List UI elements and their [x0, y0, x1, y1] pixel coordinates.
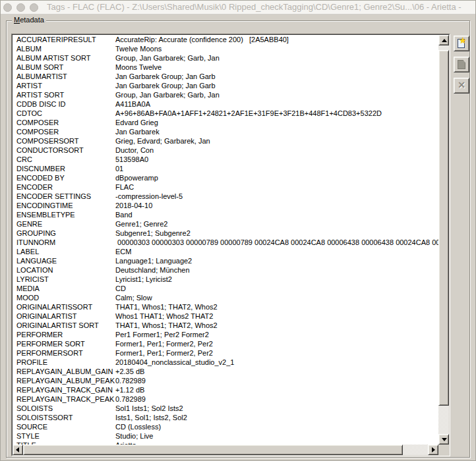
tag-row[interactable]: CONDUCTORSORTDuctor, Con — [13, 146, 438, 155]
window-title: Tags - FLAC (FLAC) - Z:\Users\Shared\Mus… — [47, 1, 474, 14]
tag-value: Subgenre1; Subgenre2 — [115, 229, 438, 238]
tag-row[interactable]: ARTISTJan Garbarek Group; Jan Garb — [13, 81, 438, 90]
tag-value: Band — [115, 210, 438, 219]
tag-row[interactable]: ORIGINALARTIST SORTTHAT1, Whos1; THAT2, … — [13, 321, 438, 330]
tag-row[interactable]: ALBUM ARTIST SORTGroup, Jan Garbarek; Ga… — [13, 53, 438, 63]
tag-row[interactable]: ITUNNORM 00000303 00000303 00000789 0000… — [13, 238, 438, 247]
tag-name: ORIGINALARTISSORT — [13, 302, 115, 312]
tag-row[interactable]: MEDIACD — [13, 284, 438, 293]
tag-row[interactable]: REPLAYGAIN_TRACK_PEAK0.782989 — [13, 394, 438, 404]
tag-row[interactable]: CRC513598A0 — [13, 155, 438, 164]
vertical-scrollbar[interactable] — [438, 35, 449, 445]
tag-row[interactable]: SOURCECD (Lossless) — [13, 422, 438, 431]
tag-value: A+96+86AB+FA0A+1AFF1+24821+2AF1E+31F9E+3… — [115, 109, 438, 118]
delete-tag-button[interactable]: ✕ — [454, 78, 469, 94]
tag-row[interactable]: CDDB DISC IDA411BA0A — [13, 99, 438, 109]
tag-row[interactable]: ENCODED BYdBpoweramp — [13, 173, 438, 182]
tag-row[interactable]: MOODCalm; Slow — [13, 293, 438, 302]
tag-value: FLAC — [115, 182, 438, 192]
tag-row[interactable]: ENCODER SETTINGS-compression-level-5 — [13, 192, 438, 201]
tag-row[interactable]: ALBUMTwelve Moons — [13, 44, 438, 53]
tag-listbox-inner: ACCURATERIPRESULTAccurateRip: Accurate (… — [12, 34, 450, 456]
tag-row[interactable]: STYLEStudio; Live — [13, 431, 438, 441]
tag-row[interactable]: PERFORMERPer1 Former1; Per2 Former2 — [13, 330, 438, 339]
tag-name: SOLOISTS — [13, 404, 115, 413]
tag-name: MOOD — [13, 293, 115, 302]
arrow-up-icon — [442, 39, 447, 42]
minimize-window-button[interactable] — [16, 3, 25, 12]
tag-value: Ductor, Con — [115, 146, 438, 155]
vertical-scrollbar-thumb[interactable] — [438, 50, 449, 406]
tag-row[interactable]: SOLOISTSSol1 Ists1; Sol2 Ists2 — [13, 404, 438, 413]
tag-name: LANGUAGE — [13, 256, 115, 265]
tag-row[interactable]: PERFORMERSORTFormer1, Per1; Former2, Per… — [13, 348, 438, 358]
tag-row[interactable]: LOCATIONDeutschland; München — [13, 265, 438, 275]
tag-name: DISCNUMBER — [13, 164, 115, 173]
tag-name: ITUNNORM — [13, 238, 115, 247]
scroll-down-button[interactable] — [438, 434, 449, 445]
tag-list-rows: ACCURATERIPRESULTAccurateRip: Accurate (… — [13, 35, 438, 445]
arrow-left-icon — [16, 447, 19, 452]
tag-value: Lyricist1; Lyricist2 — [115, 275, 438, 284]
tag-row[interactable]: PERFORMER SORTFormer1, Per1; Former2, Pe… — [13, 339, 438, 348]
arrow-right-icon — [432, 447, 435, 452]
close-window-button[interactable] — [3, 3, 12, 12]
tag-row[interactable]: DISCNUMBER01 — [13, 164, 438, 173]
scroll-right-button[interactable] — [428, 445, 438, 455]
tag-value: +1.12 dB — [115, 385, 438, 394]
tag-name: SOLOISTSSORT — [13, 413, 115, 422]
tag-row[interactable]: COMPOSERSORTGrieg, Edvard; Garbarek, Jan — [13, 136, 438, 146]
tag-value: A411BA0A — [115, 99, 438, 109]
tag-row[interactable]: GENREGenre1; Genre2 — [13, 219, 438, 229]
tag-row[interactable]: ACCURATERIPRESULTAccurateRip: Accurate (… — [13, 35, 438, 44]
scroll-left-button[interactable] — [13, 445, 23, 455]
tag-name: REPLAYGAIN_ALBUM_GAIN — [13, 367, 115, 376]
tag-row[interactable]: ALBUM SORTMoons Twelve — [13, 63, 438, 72]
horizontal-scrollbar-thumb[interactable] — [23, 445, 403, 455]
tag-value: Group, Jan Garbarek; Garb, Jan — [115, 90, 438, 99]
tag-row[interactable]: LANGUAGELanguage1; Language2 — [13, 256, 438, 265]
tag-row[interactable]: COMPOSERJan Garbarek — [13, 127, 438, 136]
tag-row[interactable]: PROFILE20180404_nonclassical_studio_v2_1 — [13, 358, 438, 367]
horizontal-scrollbar[interactable] — [13, 445, 438, 455]
tag-row[interactable]: COMPOSEREdvard Grieg — [13, 118, 438, 127]
tag-row[interactable]: ARTIST SORTGroup, Jan Garbarek; Garb, Ja… — [13, 90, 438, 99]
metadata-groupbox: Metadata ACCURATERIPRESULTAccurateRip: A… — [6, 20, 470, 458]
tag-value: Calm; Slow — [115, 293, 438, 302]
tag-row[interactable]: ALBUMARTISTJan Garbarek Group; Jan Garb — [13, 72, 438, 81]
tag-row[interactable]: REPLAYGAIN_ALBUM_GAIN+2.35 dB — [13, 367, 438, 376]
edit-tag-button[interactable] — [454, 57, 469, 72]
tag-name: ENCODER — [13, 182, 115, 192]
tag-value: Group, Jan Garbarek; Garb, Jan — [115, 53, 438, 63]
tag-name: ORIGINALARTIST SORT — [13, 321, 115, 330]
tag-value: 0.782989 — [115, 394, 438, 404]
tag-row[interactable]: ENCODERFLAC — [13, 182, 438, 192]
tag-name: ALBUMARTIST — [13, 72, 115, 81]
tag-value: Moons Twelve — [115, 63, 438, 72]
scroll-up-button[interactable] — [438, 35, 449, 45]
tag-value: Genre1; Genre2 — [115, 219, 438, 229]
tag-name: CRC — [13, 155, 115, 164]
tag-name: GENRE — [13, 219, 115, 229]
tag-row[interactable]: REPLAYGAIN_ALBUM_PEAK0.782989 — [13, 376, 438, 385]
tag-row[interactable]: SOLOISTSSORTIsts1, Sol1; Ists2, Sol2 — [13, 413, 438, 422]
tag-value: AccurateRip: Accurate (confidence 200) [… — [115, 35, 438, 44]
tag-row[interactable]: CDTOCA+96+86AB+FA0A+1AFF1+24821+2AF1E+31… — [13, 109, 438, 118]
tag-value: 01 — [115, 164, 438, 173]
arrow-down-icon — [442, 438, 447, 441]
tag-name: ACCURATERIPRESULT — [13, 35, 115, 44]
tag-value: CD (Lossless) — [115, 422, 438, 431]
tag-row[interactable]: ENCODINGTIME2018-04-10 — [13, 201, 438, 210]
tag-row[interactable]: ORIGINALARTISTWhos1 THAT1; Whos2 THAT2 — [13, 312, 438, 321]
maximize-window-button[interactable] — [30, 3, 38, 12]
tag-row[interactable]: LABELECM — [13, 247, 438, 256]
tag-value: THAT1, Whos1; THAT2, Whos2 — [115, 321, 438, 330]
tag-name: ORIGINALARTIST — [13, 312, 115, 321]
tag-row[interactable]: LYRICISTLyricist1; Lyricist2 — [13, 275, 438, 284]
tag-row[interactable]: ENSEMBLETYPEBand — [13, 210, 438, 219]
tag-row[interactable]: REPLAYGAIN_TRACK_GAIN+1.12 dB — [13, 385, 438, 394]
tag-row[interactable]: GROUPINGSubgenre1; Subgenre2 — [13, 229, 438, 238]
add-tag-button[interactable]: ★ — [454, 36, 469, 51]
tag-value: Former1, Per1; Former2, Per2 — [115, 348, 438, 358]
tag-row[interactable]: ORIGINALARTISSORTTHAT1, Whos1; THAT2, Wh… — [13, 302, 438, 312]
